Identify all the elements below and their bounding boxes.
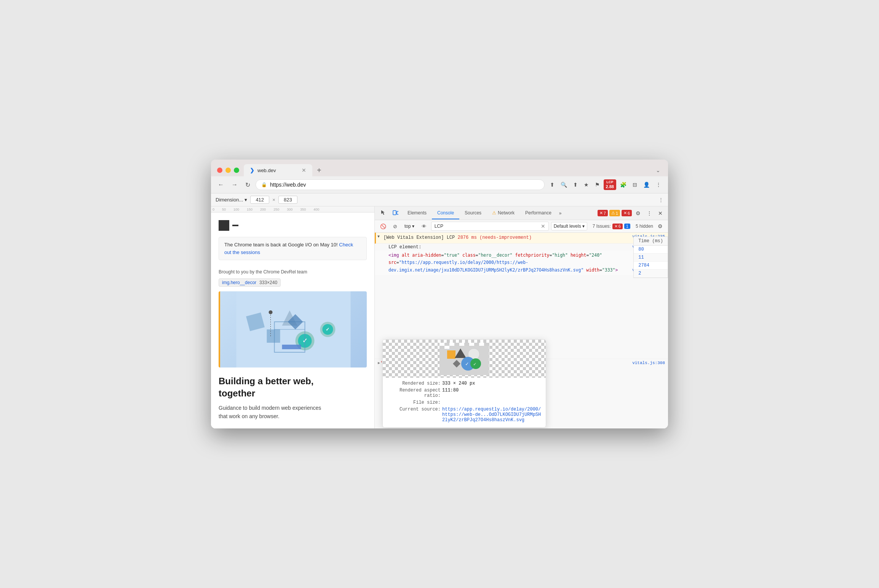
website-panel: 0 50 100 150 200 250 300 350 400 The C [211,206,375,428]
warning-icon-small: ⚠ [611,211,615,216]
devtools-more-button[interactable]: ⋮ [644,209,654,218]
notification-bar: The Chrome team is back at Google I/O on… [219,237,367,260]
rendered-size-row: Rendered size: 333 × 240 px [387,381,541,386]
time-row-4: 2 [634,270,668,278]
tab-bar: ❯ web.dev ✕ + [244,164,650,176]
svg-rect-21 [444,343,449,346]
back-button[interactable]: ← [216,180,226,190]
horizontal-ruler: 0 50 100 150 200 250 300 350 400 [211,206,374,213]
maximize-window-button[interactable] [234,168,239,173]
svg-rect-31 [444,346,449,349]
image-tooltip: img.hero__decor 333×240 [219,278,281,287]
close-window-button[interactable] [217,168,222,173]
tab-close-button[interactable]: ✕ [302,167,306,173]
issues-message-badge: 1 [624,224,630,229]
svg-rect-15 [282,345,301,349]
logo-dash-icon [232,225,238,226]
clear-console-button[interactable]: 🚫 [378,222,388,230]
svg-rect-25 [464,343,469,346]
width-input[interactable] [250,196,269,204]
devtools-tabs: Elements Console Sources ⚠ Network Perfo… [402,207,596,219]
current-source-link[interactable]: https://app.requestly.io/delay/2000/http… [442,407,541,423]
traffic-lights [217,168,239,173]
dimension-label: Dimension... [216,197,243,203]
share-button[interactable]: ⬆ [571,180,580,189]
inspect-element-button[interactable] [378,206,388,220]
console-filter-input[interactable] [435,224,539,229]
active-tab[interactable]: ❯ web.dev ✕ [244,164,312,176]
devtools-close-button[interactable]: ✕ [656,209,665,218]
entry-expand-arrow[interactable]: ▼ [377,235,380,239]
lcp-entry-content: [Web Vitals Extension] LCP 2876 ms (need… [384,234,629,241]
nav-actions: ⬆ 🔍 ⬆ ★ ⚑ LCP 2.88 🧩 ⊟ 👤 ⋮ [548,179,663,190]
search-button[interactable]: 🔍 [558,180,569,189]
content-area: 0 50 100 150 200 250 300 350 400 The C [211,206,668,428]
current-source-label: Current source: [387,407,441,412]
lcp-element-label: LCP element: vitals.js:247 [375,244,668,251]
ruler-marks: 0 50 100 150 200 250 300 350 400 [213,208,319,211]
dimension-menu-button[interactable]: ⋮ [658,197,663,203]
logo-square-icon [219,220,229,231]
device-icon [392,209,398,216]
avatar-button[interactable]: 👤 [641,180,652,189]
context-chevron-icon: ▾ [412,224,414,229]
new-tab-button[interactable]: + [314,165,324,176]
console-tab[interactable]: Console [432,207,459,219]
upload-button[interactable]: ⬆ [548,180,557,189]
error-badge-2: ✕ 6 [622,210,632,216]
delta-file[interactable]: vitals.js:308 [632,361,665,366]
svg-text:✓: ✓ [473,362,476,367]
svg-rect-24 [459,343,464,346]
svg-rect-28 [479,343,484,346]
context-dropdown[interactable]: top ▾ [402,222,417,230]
svg-rect-27 [474,343,479,346]
popup-image-area: ✓ ✓ [383,340,546,378]
performance-tab[interactable]: Performance [520,207,557,219]
site-logo [219,220,367,231]
more-tabs-button[interactable]: » [557,208,564,219]
forward-button[interactable]: → [229,180,240,190]
extension-button[interactable]: 🧩 [618,180,629,189]
sidebar-button[interactable]: ⊟ [630,180,639,189]
network-tab[interactable]: ⚠ Network [487,207,520,219]
bookmark-button[interactable]: ★ [582,180,591,189]
filter-button[interactable]: ⊘ [391,222,400,230]
levels-chevron-icon: ▾ [582,224,585,229]
svg-rect-32 [447,350,455,359]
browser-window: ❯ web.dev ✕ + ⌄ ← → ↻ 🔒 https://web.dev … [211,160,668,428]
dimension-bar: Dimension... ▾ × ⋮ [211,193,668,206]
svg-text:✓: ✓ [465,361,468,367]
search-clear-button[interactable]: ✕ [541,223,545,229]
flag-button[interactable]: ⚑ [593,180,602,189]
sources-tab[interactable]: Sources [459,207,487,219]
eye-button[interactable]: 👁 [419,222,429,230]
lcp-status-text: (needs-improvement) [479,235,532,240]
dimension-separator: × [272,197,275,203]
console-search-bar[interactable]: ✕ [431,222,549,231]
devtools-settings-button[interactable]: ⚙ [633,209,643,218]
url-text: https://web.dev [270,182,539,188]
device-toolbar-button[interactable] [390,206,401,220]
page-headline: Building a better web, together [219,375,367,399]
refresh-button[interactable]: ↻ [243,180,253,190]
context-label: top [404,224,411,229]
address-bar[interactable]: 🔒 https://web.dev [256,179,545,190]
console-settings-button[interactable]: ⚙ [655,222,665,230]
warning-badge: ⚠ 1 [609,210,620,216]
src-link[interactable]: "https://app.requestly.io/delay/2000/htt… [388,260,583,273]
lcp-ms-value: 2876 ms [457,235,476,240]
browser-menu-button[interactable]: ⋮ [654,180,663,189]
image-size-label: 333×240 [259,280,277,285]
log-levels-dropdown[interactable]: Default levels ▾ [551,222,587,230]
elements-tab[interactable]: Elements [402,207,432,219]
svg-rect-17 [397,211,398,214]
issues-count: 7 Issues: ✕ 6 1 [590,222,633,230]
minimize-window-button[interactable] [225,168,231,173]
height-input[interactable] [278,196,297,204]
dimension-dropdown[interactable]: Dimension... ▾ [216,197,247,203]
lcp-badge-label: LCP [606,180,613,184]
lcp-badge-value: 2.88 [606,184,614,189]
image-info-popup: ✓ ✓ Rendered size: 333 × 240 px [382,339,546,428]
aspect-ratio-row: Rendered aspect ratio: 111:80 [387,388,541,398]
tabs-overflow-button[interactable]: ⌄ [654,166,662,175]
